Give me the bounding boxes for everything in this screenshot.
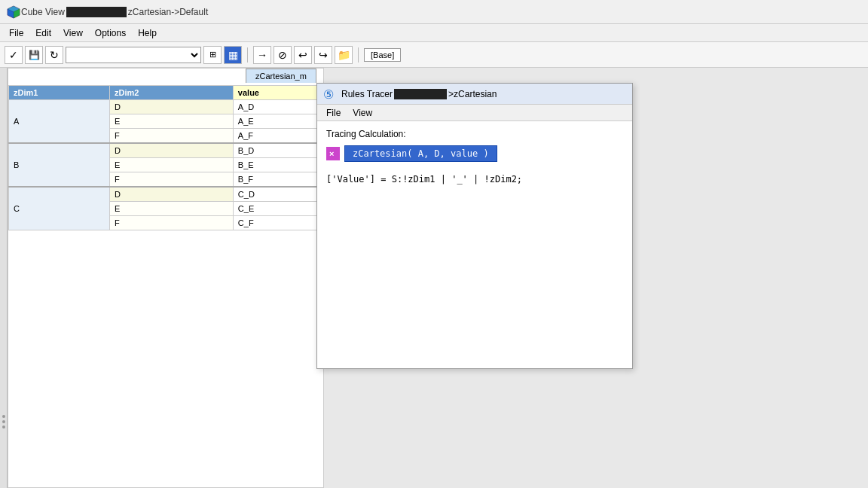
tracer-path: >zCartesian	[448, 89, 497, 99]
cell-zdim2[interactable]: E	[110, 202, 234, 216]
save-button[interactable]: 💾	[25, 46, 43, 64]
handle-dot	[2, 420, 5, 423]
menu-file[interactable]: File	[3, 26, 29, 40]
tracing-calculation-row: × zCartesian( A, D, value )	[326, 145, 623, 162]
cell-zdim2[interactable]: D	[110, 143, 234, 158]
grid-btn[interactable]: ⊞	[203, 46, 222, 64]
menu-help[interactable]: Help	[132, 26, 163, 40]
tracer-title-bar: ⑤ Rules Tracer >zCartesian	[317, 84, 632, 105]
separator-1	[247, 47, 248, 63]
title-path: zCartesian->Default	[128, 7, 208, 17]
separator-2	[358, 47, 359, 63]
calc-expression[interactable]: zCartesian( A, D, value )	[344, 145, 497, 162]
tracer-menu-view[interactable]: View	[347, 106, 378, 119]
title-bar: Cube View zCartesian->Default	[0, 0, 868, 24]
arrow-btn[interactable]: →	[253, 46, 271, 64]
cell-zdim2[interactable]: F	[110, 172, 234, 188]
tracer-title-redacted	[394, 89, 447, 99]
check-button[interactable]: ✓	[5, 46, 23, 64]
cell-value[interactable]: B_D	[233, 143, 322, 158]
tracer-menu: File View	[317, 105, 632, 121]
cell-zdim2[interactable]: D	[110, 187, 234, 202]
app-icon	[6, 5, 21, 20]
cell-value[interactable]: A_D	[233, 100, 322, 114]
tracer-title: Rules Tracer	[341, 89, 393, 99]
block-btn[interactable]: ⊘	[274, 46, 292, 64]
formula-text: ['Value'] = S:!zDim1 | '_' | !zDim2;	[326, 174, 623, 185]
cell-value[interactable]: B_F	[233, 172, 322, 188]
menu-edit[interactable]: Edit	[29, 26, 57, 40]
undo-btn[interactable]: ↩	[294, 46, 312, 64]
handle-dot	[2, 425, 5, 429]
cell-value[interactable]: C_F	[233, 216, 322, 230]
base-tag: [Base]	[364, 48, 401, 62]
table-btn[interactable]: ▦	[224, 46, 242, 64]
cube-tab[interactable]: zCartesian_m	[246, 69, 316, 83]
menu-bar: File Edit View Options Help	[0, 24, 868, 42]
calc-icon: ×	[326, 147, 340, 160]
title-redacted	[66, 7, 127, 17]
main-area: zCartesian_m zDim1 zDim2 value ADA_DEA_E…	[0, 68, 868, 488]
redo-btn[interactable]: ↪	[314, 46, 332, 64]
menu-options[interactable]: Options	[89, 26, 132, 40]
app-title: Cube View	[21, 7, 65, 17]
cell-zdim1: A	[9, 100, 110, 144]
refresh-button[interactable]: ↻	[45, 46, 63, 64]
left-handle	[0, 68, 8, 488]
tracer-menu-file[interactable]: File	[320, 106, 347, 119]
cell-value[interactable]: C_E	[233, 202, 322, 216]
cube-view-panel: zCartesian_m zDim1 zDim2 value ADA_DEA_E…	[8, 68, 324, 488]
tracing-label: Tracing Calculation:	[326, 129, 623, 139]
cell-zdim2[interactable]: F	[110, 216, 234, 230]
handle-dot	[2, 415, 5, 418]
calc-icon-svg: ×	[327, 148, 339, 160]
toolbar-dropdown[interactable]	[66, 47, 201, 63]
svg-text:×: ×	[329, 149, 334, 158]
header-zdim2: zDim2	[110, 86, 234, 100]
menu-view[interactable]: View	[57, 26, 89, 40]
data-table: zDim1 zDim2 value ADA_DEA_EFA_FBDB_DEB_E…	[8, 85, 323, 230]
header-zdim1: zDim1	[9, 86, 110, 100]
cell-zdim2[interactable]: E	[110, 114, 234, 129]
cell-zdim2[interactable]: F	[110, 129, 234, 144]
cell-zdim1: C	[9, 187, 110, 230]
cell-value[interactable]: A_F	[233, 129, 322, 144]
toolbar: ✓ 💾 ↻ ⊞ ▦ → ⊘ ↩ ↪ 📁 [Base]	[0, 42, 868, 68]
tracer-icon: ⑤	[323, 87, 337, 101]
rules-tracer-panel: ⑤ Rules Tracer >zCartesian File View Tra…	[316, 83, 633, 369]
tracer-body: Tracing Calculation: × zCartesian( A, D,…	[317, 121, 632, 368]
cell-value[interactable]: C_D	[233, 187, 322, 202]
cell-zdim2[interactable]: E	[110, 158, 234, 172]
cell-zdim2[interactable]: D	[110, 100, 234, 114]
cell-value[interactable]: B_E	[233, 158, 322, 172]
folder-btn[interactable]: 📁	[335, 46, 353, 64]
cell-zdim1: B	[9, 143, 110, 187]
cell-value[interactable]: A_E	[233, 114, 322, 129]
header-value: value	[233, 86, 322, 100]
